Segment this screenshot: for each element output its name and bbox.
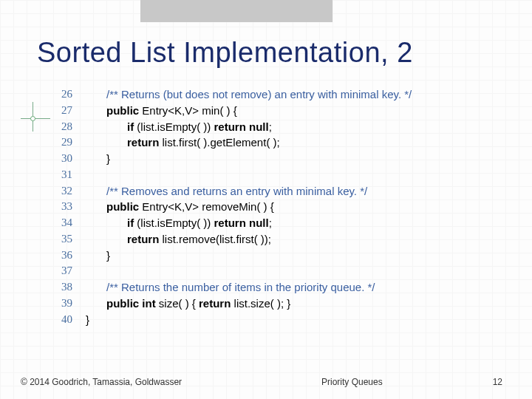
code-line: 29return list.first( ).getElement( ); <box>61 134 502 151</box>
line-number: 35 <box>61 231 86 248</box>
code-line: 34if (list.isEmpty( )) return null; <box>61 215 502 231</box>
code-line: 26/** Returns (but does not remove) an e… <box>61 86 502 103</box>
line-number: 32 <box>61 183 86 200</box>
code-line: 33public Entry<K,V> removeMin( ) { <box>61 199 502 215</box>
slide-footer: © 2014 Goodrich, Tamassia, Goldwasser Pr… <box>0 377 532 387</box>
code-text <box>86 167 502 183</box>
code-line: 30} <box>61 151 502 167</box>
code-text: } <box>86 248 502 264</box>
bullet-decoration-icon <box>25 111 41 127</box>
line-number: 36 <box>61 248 86 264</box>
code-line: 35return list.remove(list.first( )); <box>61 231 502 248</box>
code-text <box>86 263 502 279</box>
line-number: 39 <box>61 296 86 312</box>
footer-topic: Priority Queues <box>182 377 493 387</box>
line-number: 31 <box>61 167 86 183</box>
slide-title: Sorted List Implementation, 2 <box>37 37 502 69</box>
code-text: /** Returns (but does not remove) an ent… <box>86 86 502 103</box>
code-text: public int size( ) { return list.size( )… <box>86 296 502 312</box>
code-text: if (list.isEmpty( )) return null; <box>86 119 502 135</box>
code-text: } <box>86 151 502 167</box>
code-line: 40} <box>61 312 502 328</box>
code-text: if (list.isEmpty( )) return null; <box>86 215 502 231</box>
code-text: public Entry<K,V> removeMin( ) { <box>86 199 502 215</box>
code-line: 36} <box>61 248 502 264</box>
code-text: /** Returns the number of items in the p… <box>86 279 502 296</box>
code-text: public Entry<K,V> min( ) { <box>86 103 502 119</box>
line-number: 27 <box>61 103 86 119</box>
code-line: 39public int size( ) { return list.size(… <box>61 296 502 312</box>
footer-copyright: © 2014 Goodrich, Tamassia, Goldwasser <box>21 377 182 387</box>
footer-page: 12 <box>493 377 502 387</box>
code-text: /** Removes and returns an entry with mi… <box>86 183 502 200</box>
code-listing: 26/** Returns (but does not remove) an e… <box>61 86 502 327</box>
code-line: 37 <box>61 263 502 279</box>
code-line: 31 <box>61 167 502 183</box>
code-line: 32/** Removes and returns an entry with … <box>61 183 502 200</box>
code-text: } <box>86 312 502 328</box>
line-number: 28 <box>61 119 86 135</box>
code-text: return list.first( ).getElement( ); <box>86 134 502 151</box>
line-number: 30 <box>61 151 86 167</box>
code-text: return list.remove(list.first( )); <box>86 231 502 248</box>
code-line: 27public Entry<K,V> min( ) { <box>61 103 502 119</box>
line-number: 37 <box>61 263 86 279</box>
line-number: 38 <box>61 279 86 296</box>
line-number: 33 <box>61 199 86 215</box>
line-number: 29 <box>61 134 86 151</box>
line-number: 26 <box>61 86 86 103</box>
line-number: 34 <box>61 215 86 231</box>
code-line: 28if (list.isEmpty( )) return null; <box>61 119 502 135</box>
code-line: 38/** Returns the number of items in the… <box>61 279 502 296</box>
line-number: 40 <box>61 312 86 328</box>
slide-content: Sorted List Implementation, 2 26/** Retu… <box>0 0 532 327</box>
